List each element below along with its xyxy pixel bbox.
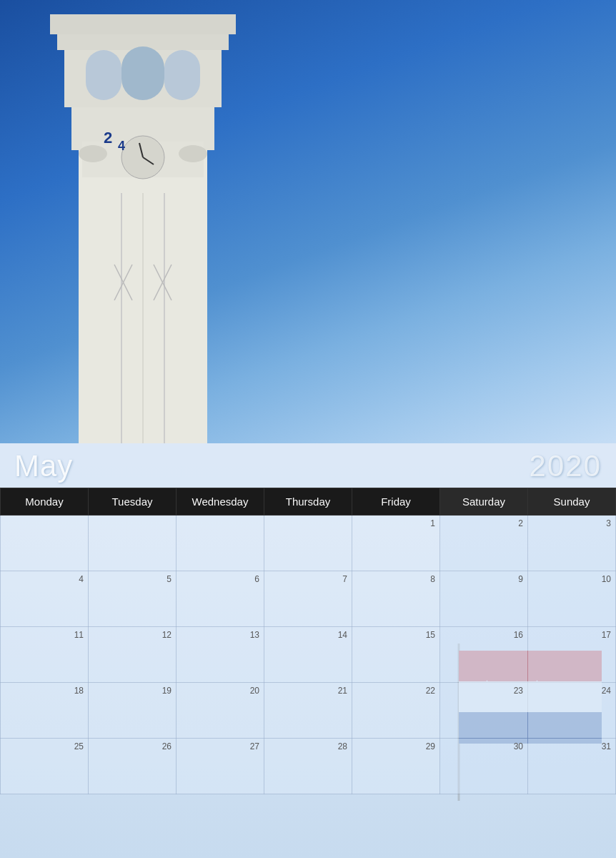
calendar-header-row: Monday Tuesday Wednesday Thursday Friday… (1, 488, 616, 516)
day-number: 28 (269, 741, 347, 751)
day-number: 3 (532, 518, 611, 528)
calendar-day-cell: 10 (528, 571, 616, 627)
bell-tower: 2 4 (21, 0, 264, 443)
day-number: 2 (444, 518, 523, 528)
day-number: 27 (181, 741, 259, 751)
calendar-day-cell: 25 (1, 739, 89, 794)
day-number: 31 (532, 741, 611, 751)
calendar-day-cell: 3 (528, 516, 616, 571)
day-number: 29 (357, 741, 435, 751)
calendar-day-cell: 11 (1, 627, 89, 683)
calendar-day-cell (1, 516, 89, 571)
day-number: 19 (93, 686, 172, 696)
svg-rect-5 (86, 50, 121, 100)
calendar-week-row: 123 (1, 516, 616, 571)
day-number: 24 (532, 686, 611, 696)
col-monday: Monday (1, 488, 89, 516)
svg-point-13 (179, 145, 207, 162)
calendar-day-cell: 22 (352, 683, 440, 739)
calendar-day-cell: 24 (528, 683, 616, 739)
day-number: 16 (444, 630, 523, 640)
calendar-week-row: 18192021222324 (1, 683, 616, 739)
day-number: 25 (5, 741, 84, 751)
calendar-week-row: 25262728293031 (1, 739, 616, 794)
calendar-day-cell: 14 (264, 627, 352, 683)
day-number: 9 (444, 574, 523, 584)
day-number: 7 (269, 574, 347, 584)
calendar-day-cell (89, 516, 177, 571)
day-number: 13 (181, 630, 259, 640)
calendar-table: Monday Tuesday Wednesday Thursday Friday… (0, 488, 616, 794)
calendar-day-cell: 9 (440, 571, 528, 627)
month-label: May (14, 449, 73, 483)
col-thursday: Thursday (264, 488, 352, 516)
calendar-day-cell: 18 (1, 683, 89, 739)
calendar-week-row: 45678910 (1, 571, 616, 627)
calendar-day-cell: 8 (352, 571, 440, 627)
day-number: 17 (532, 630, 611, 640)
calendar-day-cell (177, 516, 264, 571)
day-number: 1 (357, 518, 435, 528)
day-number: 10 (532, 574, 611, 584)
svg-rect-6 (164, 50, 200, 100)
col-tuesday: Tuesday (89, 488, 177, 516)
day-number: 5 (93, 574, 172, 584)
day-number: 15 (357, 630, 435, 640)
day-number: 11 (5, 630, 84, 640)
calendar-day-cell: 1 (352, 516, 440, 571)
svg-text:2: 2 (104, 129, 112, 147)
col-sunday: Sunday (528, 488, 616, 516)
calendar-day-cell: 15 (352, 627, 440, 683)
day-number: 14 (269, 630, 347, 640)
day-number: 23 (444, 686, 523, 696)
day-number: 20 (181, 686, 259, 696)
svg-point-12 (79, 145, 107, 162)
calendar-day-cell: 13 (177, 627, 264, 683)
calendar-day-cell: 21 (264, 683, 352, 739)
month-year-header: May 2020 (0, 443, 616, 488)
day-number: 26 (93, 741, 172, 751)
col-wednesday: Wednesday (177, 488, 264, 516)
day-number: 30 (444, 741, 523, 751)
calendar-day-cell: 7 (264, 571, 352, 627)
day-number: 8 (357, 574, 435, 584)
calendar-section: May 2020 N C ★ ★ Monday (0, 443, 616, 858)
col-friday: Friday (352, 488, 440, 516)
col-saturday: Saturday (440, 488, 528, 516)
day-number: 6 (181, 574, 259, 584)
day-number: 21 (269, 686, 347, 696)
calendar-day-cell: 12 (89, 627, 177, 683)
calendar-day-cell: 27 (177, 739, 264, 794)
day-number: 12 (93, 630, 172, 640)
calendar-day-cell: 31 (528, 739, 616, 794)
calendar-day-cell: 17 (528, 627, 616, 683)
calendar-day-cell: 5 (89, 571, 177, 627)
calendar-day-cell: 30 (440, 739, 528, 794)
photo-section: 2 4 (0, 0, 616, 443)
svg-rect-4 (50, 14, 236, 34)
day-number: 4 (5, 574, 84, 584)
calendar-day-cell: 29 (352, 739, 440, 794)
day-number: 18 (5, 686, 84, 696)
calendar-day-cell: 28 (264, 739, 352, 794)
day-number: 22 (357, 686, 435, 696)
calendar-day-cell: 2 (440, 516, 528, 571)
calendar-day-cell (264, 516, 352, 571)
calendar-day-cell: 26 (89, 739, 177, 794)
year-label: 2020 (530, 449, 602, 483)
calendar-day-cell: 16 (440, 627, 528, 683)
svg-text:4: 4 (118, 139, 125, 153)
svg-rect-7 (121, 46, 164, 100)
calendar-week-row: 11121314151617 (1, 627, 616, 683)
calendar-day-cell: 6 (177, 571, 264, 627)
calendar-day-cell: 19 (89, 683, 177, 739)
calendar-day-cell: 4 (1, 571, 89, 627)
calendar-day-cell: 23 (440, 683, 528, 739)
calendar-day-cell: 20 (177, 683, 264, 739)
